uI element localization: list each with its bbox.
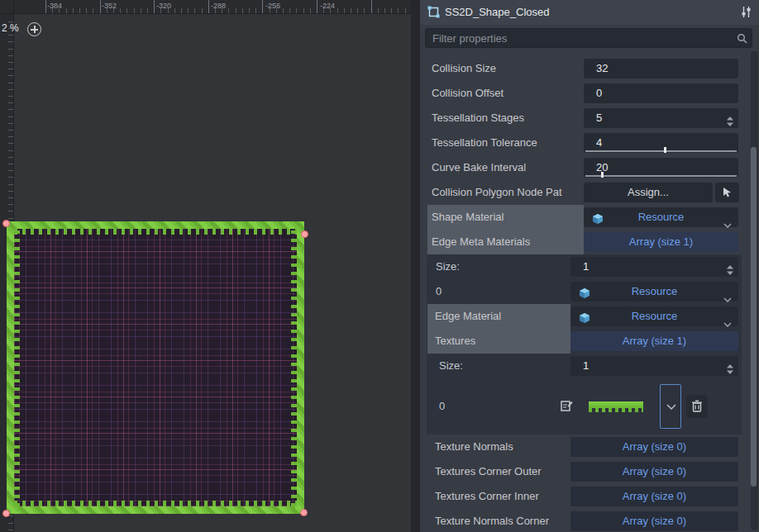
ruler-label: -256 <box>265 2 280 10</box>
property-label: Texture Normals Corner <box>431 509 549 532</box>
field-value: 1 <box>570 359 589 372</box>
slider-grabber[interactable] <box>664 147 666 153</box>
field-value: 0 <box>584 87 602 99</box>
resource-value: Resource <box>632 285 678 297</box>
texture-preview-thumbnail[interactable] <box>589 401 643 412</box>
field-value: 20 <box>584 161 608 173</box>
canvas-viewport[interactable]: -384 -352 -320 -288 -256 -224 2 % <box>0 0 411 532</box>
texture-normals-corner-array-button[interactable]: Array (size 0) <box>570 511 738 531</box>
vertex-handle-top-left[interactable] <box>2 220 10 227</box>
property-label: Edge Material <box>431 304 501 329</box>
property-label: Curve Bake Interval <box>427 155 526 180</box>
property-row-edge-material: Edge Material Resource <box>420 304 747 329</box>
tessellation-stages-field[interactable]: 5 <box>584 108 738 128</box>
textures-corner-outer-array-button[interactable]: Array (size 0) <box>570 462 738 482</box>
delete-texture-button[interactable] <box>686 395 708 418</box>
array-item-row-0: 0 Resource <box>420 279 747 304</box>
property-row-curve-bake-interval: Curve Bake Interval 20 <box>420 155 747 180</box>
zoom-in-icon[interactable] <box>27 22 41 36</box>
property-row-textures-corner-outer: Textures Corner Outer Array (size 0) <box>420 459 747 484</box>
property-label: Textures <box>431 329 475 354</box>
slider-track[interactable] <box>585 175 737 177</box>
filter-properties-input[interactable] <box>425 28 752 48</box>
field-value: 1 <box>570 260 589 273</box>
ruler-label: -288 <box>211 2 226 10</box>
node-class-icon <box>427 6 440 21</box>
slider-track[interactable] <box>585 150 737 152</box>
pick-node-icon <box>722 187 733 197</box>
field-value: 32 <box>584 62 608 74</box>
property-label: Collision Offset <box>427 81 504 106</box>
ruler-label: -320 <box>156 2 171 10</box>
property-row-tessellation-stages: Tessellation Stages 5 <box>420 106 747 131</box>
inspected-object-title: SS2D_Shape_Closed <box>445 0 549 25</box>
property-label: Shape Material <box>427 205 504 230</box>
vertex-handle-bottom-left[interactable] <box>2 510 10 517</box>
property-row-collision-polygon: Collision Polygon Node Pat Assign... <box>420 180 747 205</box>
edit-texture-icon[interactable] <box>561 400 573 416</box>
vertex-handle-bottom-right[interactable] <box>300 509 308 516</box>
property-row-textures: Textures Array (size 1) <box>420 329 747 354</box>
collision-offset-field[interactable]: 0 <box>584 83 738 103</box>
array-size-row: Size: 1 <box>420 254 747 279</box>
property-label: Edge Meta Materials <box>427 230 530 254</box>
property-row-texture-normals-corner: Texture Normals Corner Array (size 0) <box>420 509 747 532</box>
horizontal-ruler: -384 -352 -320 -288 -256 -224 <box>13 0 411 14</box>
collision-size-field[interactable]: 32 <box>584 59 738 78</box>
meta-array-size-field[interactable]: 1 <box>570 257 738 277</box>
textures-array-button[interactable]: Array (size 1) <box>570 331 738 351</box>
inspector-scrollbar[interactable] <box>751 51 758 530</box>
object-tools-icon[interactable] <box>740 6 752 21</box>
property-row-tessellation-tolerance: Tessellation Tolerance 4 <box>420 131 747 155</box>
property-label: Tessellation Tolerance <box>427 131 537 155</box>
grass-edge-left <box>14 229 20 506</box>
chevron-down-icon <box>666 404 676 410</box>
shape-material-resource-dropdown[interactable]: Resource <box>584 207 738 227</box>
edge-material-resource-dropdown[interactable]: Resource <box>570 306 738 326</box>
godot-editor: -384 -352 -320 -288 -256 -224 2 % <box>0 0 759 532</box>
texture-dropdown-button[interactable] <box>660 384 681 429</box>
ss2d-shape-node[interactable] <box>7 221 304 514</box>
property-row-texture-normals: Texture Normals Array (size 0) <box>420 435 747 459</box>
slider-grabber[interactable] <box>601 172 604 178</box>
resource-cube-icon <box>579 286 590 306</box>
search-icon <box>737 32 747 47</box>
zoom-percentage[interactable]: 2 % <box>2 22 19 34</box>
property-label: Textures Corner Outer <box>431 459 542 484</box>
grass-edge-top <box>14 229 297 235</box>
ruler-label: -352 <box>102 2 117 10</box>
filter-bar <box>420 25 759 51</box>
resource-cube-icon <box>579 311 590 330</box>
property-row-textures-corner-inner: Textures Corner Inner Array (size 0) <box>420 484 747 509</box>
property-label: Collision Size <box>427 56 496 81</box>
inspector-panel: SS2D_Shape_Closed Collision Size 32 Coll… <box>420 0 759 532</box>
vertex-handle-top-right[interactable] <box>301 230 308 238</box>
resource-cube-icon <box>592 211 604 231</box>
ruler-label: -384 <box>47 2 62 10</box>
scrollbar-thumb[interactable] <box>751 147 757 487</box>
pick-node-button[interactable] <box>715 183 739 202</box>
texture-normals-array-button[interactable]: Array (size 0) <box>570 437 738 457</box>
panel-splitter[interactable] <box>411 0 420 532</box>
edge-meta-materials-array-button[interactable]: Array (size 1) <box>584 232 738 252</box>
size-label: Size: <box>435 354 463 378</box>
ruler-label: -224 <box>320 2 335 10</box>
size-label: Size: <box>432 254 460 279</box>
tessellation-tolerance-slider[interactable]: 4 <box>584 133 738 153</box>
trash-icon <box>691 400 703 412</box>
textures-array-size-field[interactable]: 1 <box>570 356 738 376</box>
textures-corner-inner-array-button[interactable]: Array (size 0) <box>570 487 738 506</box>
property-label: Texture Normals <box>431 435 513 459</box>
array-index-label: 0 <box>435 378 445 435</box>
meta-item-resource-dropdown[interactable]: Resource <box>570 282 738 302</box>
assign-nodepath-button[interactable]: Assign... <box>584 183 713 202</box>
texture-item-row-0: 0 <box>420 378 747 435</box>
array-size-row: Size: 1 <box>420 354 747 378</box>
property-row-collision-offset: Collision Offset 0 <box>420 81 747 106</box>
shape-fill-texture <box>14 229 297 506</box>
curve-bake-interval-slider[interactable]: 20 <box>584 158 738 178</box>
array-index-label: 0 <box>432 279 442 304</box>
resource-value: Resource <box>638 211 685 223</box>
ruler-corner <box>0 0 14 14</box>
grass-edge-bottom <box>14 501 297 506</box>
